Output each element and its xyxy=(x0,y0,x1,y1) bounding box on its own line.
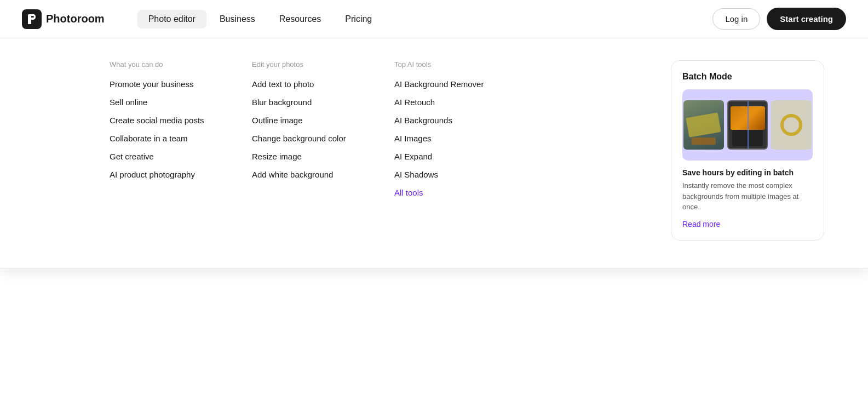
menu-ai-expand[interactable]: AI Expand xyxy=(394,152,504,161)
menu-ai-bg-remover[interactable]: AI Background Remover xyxy=(394,79,504,89)
col2-header: Edit your photos xyxy=(252,60,361,68)
batch-mode-card: Batch Mode Save hours by editing in batc… xyxy=(671,60,824,192)
logo-text: Photoroom xyxy=(46,13,105,25)
batch-desc-title: Save hours by editing in batch xyxy=(682,168,813,177)
nav-items: Photo editor Business Resources Pricing xyxy=(137,10,713,28)
menu-ai-retouch[interactable]: AI Retouch xyxy=(394,98,504,107)
logo[interactable]: Photoroom xyxy=(22,9,105,29)
dropdown-col-ai: Top AI tools AI Background Remover AI Re… xyxy=(394,60,504,192)
menu-outline[interactable]: Outline image xyxy=(252,116,361,125)
col3-header: Top AI tools xyxy=(394,60,504,68)
batch-desc: Instantly remove the most complex backgr… xyxy=(682,180,813,192)
dropdown-col-edit: Edit your photos Add text to photo Blur … xyxy=(252,60,361,192)
menu-change-bg-color[interactable]: Change background color xyxy=(252,134,361,143)
batch-img-makeup xyxy=(727,100,768,150)
menu-promote[interactable]: Promote your business xyxy=(110,79,219,89)
nav-resources[interactable]: Resources xyxy=(268,10,332,28)
menu-collaborate[interactable]: Collaborate in a team xyxy=(110,134,219,143)
batch-card-title: Batch Mode xyxy=(682,72,813,82)
nav-business[interactable]: Business xyxy=(209,10,266,28)
batch-card-image xyxy=(682,89,813,161)
nav-actions: Log in Start creating xyxy=(712,8,846,30)
batch-img-earrings xyxy=(771,100,812,150)
menu-creative[interactable]: Get creative xyxy=(110,152,219,161)
menu-white-bg[interactable]: Add white background xyxy=(252,170,361,179)
nav-pricing[interactable]: Pricing xyxy=(334,10,383,28)
menu-sell-online[interactable]: Sell online xyxy=(110,98,219,107)
login-button[interactable]: Log in xyxy=(712,8,760,30)
menu-ai-backgrounds[interactable]: AI Backgrounds xyxy=(394,116,504,125)
menu-blur-bg[interactable]: Blur background xyxy=(252,98,361,107)
batch-img-strap xyxy=(683,100,724,150)
navbar: Photoroom Photo editor Business Resource… xyxy=(0,0,868,38)
menu-add-text[interactable]: Add text to photo xyxy=(252,79,361,89)
col1-header: What you can do xyxy=(110,60,219,68)
dropdown-panel: What you can do Promote your business Se… xyxy=(0,38,868,192)
nav-photo-editor[interactable]: Photo editor xyxy=(137,10,206,28)
menu-all-tools[interactable]: All tools xyxy=(394,188,504,192)
menu-ai-product[interactable]: AI product photography xyxy=(110,170,219,179)
menu-ai-shadows[interactable]: AI Shadows xyxy=(394,170,504,179)
menu-resize[interactable]: Resize image xyxy=(252,152,361,161)
menu-ai-images[interactable]: AI Images xyxy=(394,134,504,143)
start-creating-button[interactable]: Start creating xyxy=(767,8,846,30)
dropdown-col-what: What you can do Promote your business Se… xyxy=(110,60,219,192)
menu-social-media[interactable]: Create social media posts xyxy=(110,116,219,125)
logo-icon xyxy=(22,9,42,29)
